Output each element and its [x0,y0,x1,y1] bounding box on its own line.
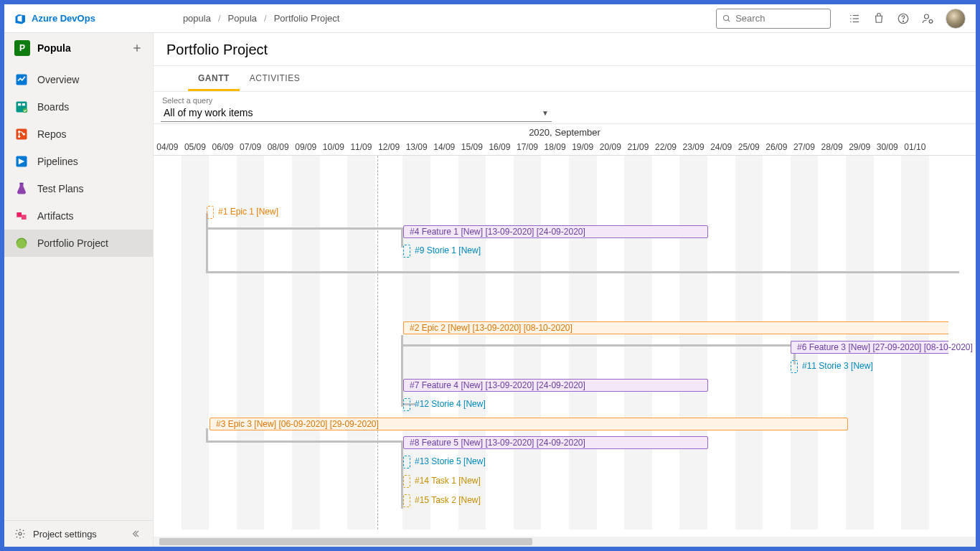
artifacts-icon [14,209,29,223]
nav-label: Portfolio Project [37,237,108,249]
nav-repos[interactable]: Repos [4,121,153,148]
marketplace-icon[interactable] [872,12,885,25]
feature5-bar[interactable]: #8 Feature 5 [New] [13-09-2020] [24-09-2… [403,436,708,449]
feature4-bar[interactable]: #7 Feature 4 [New] [13-09-2020] [24-09-2… [403,379,708,392]
svg-rect-17 [22,103,25,105]
repos-icon [14,127,29,141]
epic2-label: #2 Epic 2 [New] [13-09-2020] [08-10-2020… [410,323,573,333]
crumb-project[interactable]: Popula [228,13,257,24]
timeline-day: 13/09 [402,139,430,155]
epic1-label[interactable]: #1 Epic 1 [New] [218,207,278,217]
svg-rect-25 [17,212,22,217]
avatar[interactable] [946,9,966,29]
connector [206,227,403,230]
story12-label[interactable]: #12 Storie 4 [New] [415,399,486,409]
work-items-icon[interactable] [848,12,861,25]
portfolio-icon [14,236,29,250]
story-marker[interactable] [791,360,798,373]
grid-column [679,156,707,529]
grid-column [375,156,403,529]
timeline-day: 09/09 [292,139,320,155]
feature1-label: #4 Feature 1 [New] [13-09-2020] [24-09-2… [410,227,585,237]
h-scrollbar-thumb[interactable] [159,538,532,545]
crumb-org[interactable]: popula [183,13,211,24]
crumb-page[interactable]: Portfolio Project [274,13,340,24]
grid-column [154,156,182,529]
task-marker[interactable] [403,475,410,488]
grid-column [486,156,514,529]
grid-column [763,156,791,529]
epic-marker[interactable] [207,206,214,219]
query-label: Select a query [161,96,969,105]
nav-label: Artifacts [37,210,74,222]
story11-label[interactable]: #11 Storie 3 [New] [802,361,873,371]
timeline-day: 26/09 [763,139,791,155]
timeline-day: 18/09 [541,139,569,155]
story-marker[interactable] [403,245,410,258]
timeline-day: 10/09 [320,139,348,155]
timeline-day: 04/09 [154,139,182,155]
timeline-day: 07/09 [237,139,265,155]
svg-point-9 [903,21,903,22]
nav-boards[interactable]: Boards [4,93,153,121]
search-input[interactable] [735,13,824,24]
svg-line-1 [728,19,730,22]
timeline-day: 23/09 [679,139,707,155]
nav-artifacts[interactable]: Artifacts [4,202,153,230]
pipelines-icon [14,154,29,169]
query-select[interactable]: All of my work items ▼ [161,105,552,122]
nav-pipelines[interactable]: Pipelines [4,148,153,175]
brand[interactable]: Azure DevOps [14,12,95,25]
brand-text: Azure DevOps [32,13,95,24]
chevron-down-icon: ▼ [542,109,549,117]
add-icon[interactable] [131,42,143,54]
project-badge: P [14,40,30,56]
timeline-month: 2020, September [154,124,976,139]
tab-activities[interactable]: ACTIVITIES [240,66,310,91]
timeline-day: 24/09 [707,139,735,155]
gantt-body[interactable]: #1 Epic 1 [New] #4 Feature 1 [New] [13-0… [154,156,976,537]
nav-label: Test Plans [37,183,84,194]
task15-label[interactable]: #15 Task 2 [New] [415,495,481,505]
timeline-day: 06/09 [209,139,237,155]
timeline-day: 05/09 [182,139,209,155]
timeline-day: 21/09 [624,139,652,155]
grid-column [182,156,209,529]
nav-testplans[interactable]: Test Plans [4,175,153,202]
grid-column [541,156,569,529]
project-settings-label[interactable]: Project settings [33,529,97,540]
story9-label[interactable]: #9 Storie 1 [New] [415,245,481,255]
task14-label[interactable]: #14 Task 1 [New] [415,476,481,486]
gear-icon[interactable] [14,528,26,540]
epic2-bar[interactable]: #2 Epic 2 [New] [13-09-2020] [08-10-2020… [403,321,948,334]
story-marker[interactable] [403,456,410,468]
story-marker[interactable] [403,398,410,411]
grid-column [292,156,320,529]
timeline-day: 22/09 [652,139,680,155]
search-box[interactable] [716,9,831,29]
grid-column [735,156,763,529]
user-settings-icon[interactable] [921,12,934,25]
nav-overview[interactable]: Overview [4,66,153,93]
timeline-header: 2020, September 04/0905/0906/0907/0908/0… [154,124,976,156]
collapse-icon[interactable] [131,528,143,540]
boards-icon [14,100,29,114]
main: Portfolio Project GANTT ACTIVITIES Selec… [154,33,976,547]
tab-gantt[interactable]: GANTT [188,66,240,91]
query-value: All of my work items [164,107,253,118]
nav-portfolio[interactable]: Portfolio Project [4,230,153,257]
feature1-bar[interactable]: #4 Feature 1 [New] [13-09-2020] [24-09-2… [403,225,708,238]
story13-label[interactable]: #13 Storie 5 [New] [415,456,486,466]
testplans-icon [14,182,29,196]
feature3-bar[interactable]: #6 Feature 3 [New] [27-09-2020] [08-10-2… [791,341,948,354]
help-icon[interactable] [897,12,910,25]
svg-point-28 [19,532,22,535]
connector [206,441,403,443]
epic3-bar[interactable]: #3 Epic 3 [New] [06-09-2020] [29-09-2020… [209,418,848,430]
timeline-day: 14/09 [430,139,458,155]
task-marker[interactable] [403,494,410,507]
svg-point-27 [17,238,27,249]
nav-label: Boards [37,101,69,113]
h-scrollbar[interactable] [154,537,976,547]
grid-column [569,156,597,529]
